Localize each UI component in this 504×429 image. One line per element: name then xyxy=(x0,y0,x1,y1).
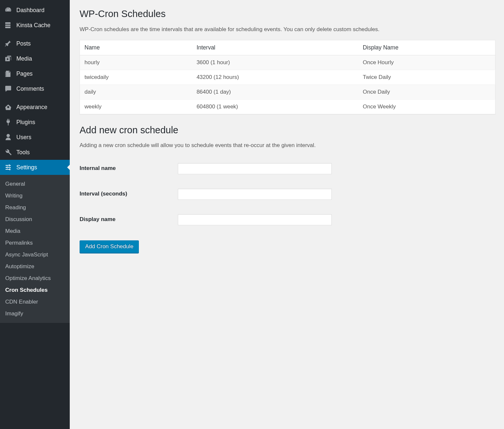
submenu-item-cdn-enabler[interactable]: CDN Enabler xyxy=(0,296,70,308)
sidebar-item-appearance[interactable]: Appearance xyxy=(0,100,70,115)
sidebar-item-label: Pages xyxy=(16,70,33,78)
settings-icon xyxy=(4,163,12,172)
sidebar-item-label: Users xyxy=(16,134,31,141)
table-row: hourly3600 (1 hour)Once Hourly xyxy=(80,55,495,70)
submenu-item-reading[interactable]: Reading xyxy=(0,202,70,214)
col-name: Name xyxy=(80,40,192,55)
sidebar-item-media[interactable]: Media xyxy=(0,51,70,66)
table-cell: Twice Daily xyxy=(358,70,495,84)
display-name-label: Display name xyxy=(80,207,178,233)
sidebar-item-comments[interactable]: Comments xyxy=(0,81,70,96)
internal-name-label: Internal name xyxy=(80,156,178,181)
sidebar-item-tools[interactable]: Tools xyxy=(0,145,70,160)
schedules-table: Name Interval Display Name hourly3600 (1… xyxy=(80,40,495,114)
table-cell: twicedaily xyxy=(80,70,192,84)
users-icon xyxy=(4,133,12,141)
table-cell: Once Hourly xyxy=(358,55,495,70)
sidebar-item-label: Comments xyxy=(16,85,44,93)
sidebar-item-label: Tools xyxy=(16,149,30,156)
plugins-icon xyxy=(4,118,12,126)
sidebar-item-label: Posts xyxy=(16,40,31,47)
submenu-item-permalinks[interactable]: Permalinks xyxy=(0,237,70,249)
pin-icon xyxy=(4,39,12,48)
sidebar-item-label: Plugins xyxy=(16,119,35,126)
table-row: weekly604800 (1 week)Once Weekly xyxy=(80,99,495,114)
sidebar-item-settings[interactable]: Settings xyxy=(0,160,70,175)
admin-menu: DashboardKinsta CachePostsMediaPagesComm… xyxy=(0,0,70,323)
comments-icon xyxy=(4,84,12,93)
table-cell: 43200 (12 hours) xyxy=(192,70,358,84)
add-schedule-heading: Add new cron schedule xyxy=(80,124,495,137)
submenu-item-discussion[interactable]: Discussion xyxy=(0,214,70,225)
main-content: WP-Cron Schedules WP-Cron schedules are … xyxy=(70,0,504,429)
schedules-intro: WP-Cron schedules are the time intervals… xyxy=(80,26,495,33)
sidebar-item-label: Dashboard xyxy=(16,7,45,14)
pages-icon xyxy=(4,69,12,78)
submenu-item-general[interactable]: General xyxy=(0,178,70,190)
sidebar-item-label: Settings xyxy=(16,164,37,171)
add-schedule-form: Internal name Interval (seconds) Display… xyxy=(80,156,495,233)
submenu-item-autoptimize[interactable]: Autoptimize xyxy=(0,261,70,272)
sidebar-item-plugins[interactable]: Plugins xyxy=(0,115,70,130)
media-icon xyxy=(4,54,12,63)
internal-name-input[interactable] xyxy=(178,163,332,174)
sidebar-item-label: Kinsta Cache xyxy=(16,22,50,29)
table-cell: 86400 (1 day) xyxy=(192,84,358,99)
sidebar-item-pages[interactable]: Pages xyxy=(0,66,70,81)
add-schedule-button[interactable]: Add Cron Schedule xyxy=(80,240,139,253)
table-cell: 3600 (1 hour) xyxy=(192,55,358,70)
col-interval: Interval xyxy=(192,40,358,55)
table-row: daily86400 (1 day)Once Daily xyxy=(80,84,495,99)
table-row: twicedaily43200 (12 hours)Twice Daily xyxy=(80,70,495,84)
tools-icon xyxy=(4,148,12,157)
sidebar-item-posts[interactable]: Posts xyxy=(0,36,70,51)
sidebar-item-users[interactable]: Users xyxy=(0,130,70,145)
appearance-icon xyxy=(4,103,12,111)
table-cell: Once Daily xyxy=(358,84,495,99)
add-schedule-intro: Adding a new cron schedule will allow yo… xyxy=(80,142,495,149)
sidebar-item-dashboard[interactable]: Dashboard xyxy=(0,3,70,18)
submenu-item-imagify[interactable]: Imagify xyxy=(0,308,70,320)
sidebar-item-kinsta-cache[interactable]: Kinsta Cache xyxy=(0,18,70,33)
submenu-item-cron-schedules[interactable]: Cron Schedules xyxy=(0,284,70,296)
col-display: Display Name xyxy=(358,40,495,55)
settings-submenu: GeneralWritingReadingDiscussionMediaPerm… xyxy=(0,175,70,323)
submenu-item-async-javascript[interactable]: Async JavaScript xyxy=(0,249,70,261)
table-cell: weekly xyxy=(80,99,192,114)
sidebar-item-label: Media xyxy=(16,55,32,63)
sidebar-item-label: Appearance xyxy=(16,103,47,111)
dashboard-icon xyxy=(4,6,12,14)
table-cell: hourly xyxy=(80,55,192,70)
submenu-item-writing[interactable]: Writing xyxy=(0,190,70,202)
table-cell: 604800 (1 week) xyxy=(192,99,358,114)
interval-input[interactable] xyxy=(178,189,332,200)
table-cell: Once Weekly xyxy=(358,99,495,114)
submenu-item-optimize-analytics[interactable]: Optimize Analytics xyxy=(0,272,70,284)
submenu-item-media[interactable]: Media xyxy=(0,225,70,237)
interval-label: Interval (seconds) xyxy=(80,181,178,207)
admin-sidebar: DashboardKinsta CachePostsMediaPagesComm… xyxy=(0,0,70,429)
display-name-input[interactable] xyxy=(178,214,332,225)
page-title: WP-Cron Schedules xyxy=(80,8,495,20)
cache-icon xyxy=(4,21,12,29)
table-cell: daily xyxy=(80,84,192,99)
